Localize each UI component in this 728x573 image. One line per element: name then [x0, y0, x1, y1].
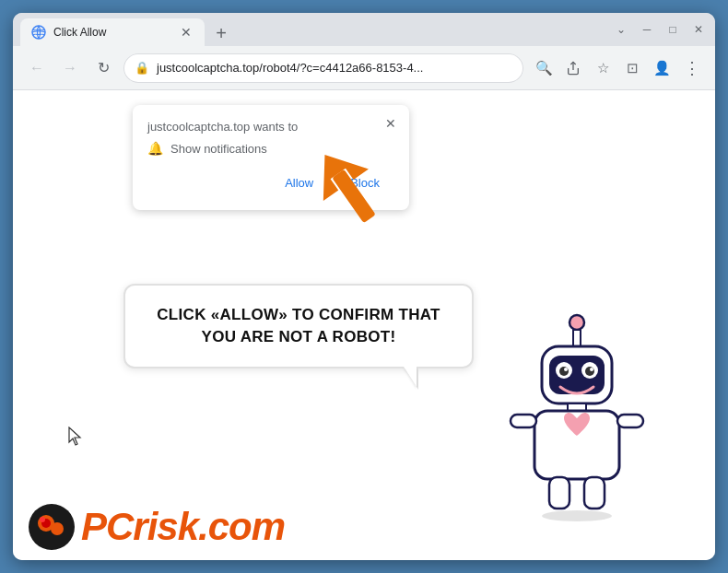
svg-point-0: [32, 26, 45, 39]
svg-point-10: [559, 367, 569, 376]
pcrisk-logo: PCrisk.com: [28, 503, 285, 551]
tab-title: Click Allow: [53, 26, 171, 39]
profile-button[interactable]: 👤: [649, 55, 675, 81]
arrow-indicator: [299, 141, 409, 255]
search-button[interactable]: 🔍: [531, 55, 557, 81]
chevron-button[interactable]: ⌄: [612, 23, 630, 36]
svg-point-4: [569, 315, 584, 330]
bell-icon: 🔔: [147, 141, 163, 156]
permission-text: Show notifications: [170, 142, 267, 156]
dialog-title: justcoolcaptcha.top wants to: [147, 120, 394, 134]
browser-window: Click Allow ✕ + ⌄ ─ □ ✕ ← → ↻ 🔒 justcool…: [13, 13, 715, 560]
svg-point-11: [585, 367, 594, 376]
svg-point-25: [40, 517, 45, 522]
pcrisk-pc: PC: [81, 505, 133, 548]
url-actions: 🔍 ☆ ⊡ 👤 ⋮: [531, 55, 704, 81]
svg-point-20: [542, 510, 612, 521]
title-bar: Click Allow ✕ + ⌄ ─ □ ✕: [13, 13, 715, 46]
split-view-button[interactable]: ⊡: [619, 55, 645, 81]
svg-point-23: [51, 522, 64, 535]
address-bar: ← → ↻ 🔒 justcoolcaptcha.top/robot4/?c=c4…: [13, 46, 715, 90]
pcrisk-risk: risk.com: [133, 505, 285, 548]
active-tab[interactable]: Click Allow ✕: [20, 18, 205, 46]
share-button[interactable]: [560, 55, 586, 81]
forward-button[interactable]: →: [57, 55, 83, 81]
tab-favicon: [31, 25, 46, 40]
speech-bubble: CLICK «ALLOW» TO CONFIRM THAT YOU ARE NO…: [123, 284, 474, 368]
bubble-text: CLICK «ALLOW» TO CONFIRM THAT YOU ARE NO…: [147, 304, 450, 348]
minimize-button[interactable]: ─: [638, 23, 656, 36]
maximize-button[interactable]: □: [663, 23, 682, 36]
svg-rect-18: [549, 477, 569, 509]
lock-icon: 🔒: [135, 61, 149, 75]
dialog-close-button[interactable]: ✕: [382, 114, 400, 133]
url-text: justcoolcaptcha.top/robot4/?c=c4412a66-8…: [157, 61, 512, 75]
mouse-cursor: [68, 427, 85, 450]
svg-point-12: [564, 368, 568, 371]
robot-illustration: [494, 311, 660, 523]
svg-rect-17: [617, 415, 643, 427]
window-controls: ⌄ ─ □ ✕: [612, 23, 708, 36]
refresh-button[interactable]: ↻: [90, 55, 116, 81]
pcrisk-icon: [28, 503, 76, 551]
tab-area: Click Allow ✕ +: [20, 13, 605, 46]
page-content: ✕ justcoolcaptcha.top wants to 🔔 Show no…: [13, 90, 715, 560]
tab-close-button[interactable]: ✕: [179, 25, 194, 40]
svg-rect-16: [511, 415, 536, 427]
new-tab-button[interactable]: +: [208, 20, 234, 46]
close-button[interactable]: ✕: [689, 23, 708, 36]
svg-rect-19: [584, 477, 605, 509]
bookmark-button[interactable]: ☆: [590, 55, 616, 81]
svg-point-13: [590, 368, 593, 371]
url-bar[interactable]: 🔒 justcoolcaptcha.top/robot4/?c=c4412a66…: [123, 53, 523, 83]
pcrisk-text: PCrisk.com: [81, 508, 285, 546]
back-button[interactable]: ←: [24, 55, 50, 81]
menu-button[interactable]: ⋮: [678, 55, 704, 81]
